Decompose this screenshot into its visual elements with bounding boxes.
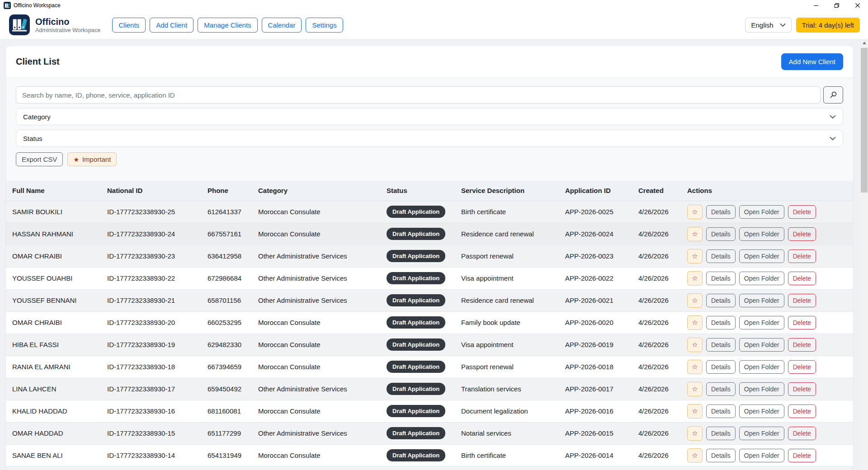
table-row: SAMIR BOUKILI ID-1777232338930-25 612641… <box>6 201 853 223</box>
nav-button[interactable]: Calendar <box>262 18 302 33</box>
cell-national-id: ID-1777232338930-18 <box>101 356 201 378</box>
delete-button[interactable]: Delete <box>788 272 816 285</box>
open-folder-button[interactable]: Open Folder <box>739 316 784 329</box>
cell-status: Draft Application <box>380 201 455 223</box>
cell-service: Visa appointment <box>455 334 559 356</box>
delete-button[interactable]: Delete <box>788 227 816 241</box>
nav-button[interactable]: Settings <box>306 18 343 33</box>
details-button[interactable]: Details <box>706 205 736 219</box>
delete-button[interactable]: Delete <box>788 294 816 307</box>
cell-actions: ☆ Details Open Folder Delete <box>681 201 853 223</box>
open-folder-button[interactable]: Open Folder <box>739 272 784 285</box>
favorite-star-button[interactable]: ☆ <box>687 338 703 352</box>
details-button[interactable]: Details <box>706 404 736 418</box>
export-csv-button[interactable]: Export CSV <box>16 152 63 166</box>
cell-full-name: KAREEM LAHLOU <box>6 466 101 470</box>
cell-application-id: APP-2026-0017 <box>559 378 632 400</box>
favorite-star-button[interactable]: ☆ <box>687 404 703 418</box>
details-button[interactable]: Details <box>706 382 736 396</box>
delete-button[interactable]: Delete <box>788 382 816 396</box>
open-folder-button[interactable]: Open Folder <box>739 338 784 352</box>
client-list-card: Client List Add New Client Category Stat… <box>5 45 854 470</box>
details-button[interactable]: Details <box>706 360 736 374</box>
details-button[interactable]: Details <box>706 272 736 285</box>
open-folder-button[interactable]: Open Folder <box>739 404 784 418</box>
table-row: LINA LAHCEN ID-1777232338930-17 65945049… <box>6 378 853 400</box>
cell-status: Draft Application <box>380 444 455 466</box>
cell-actions: ☆ Details Open Folder Delete <box>681 400 853 422</box>
cell-full-name: RANIA EL AMRANI <box>6 356 101 378</box>
cell-phone: 612641337 <box>201 201 252 223</box>
open-folder-button[interactable]: Open Folder <box>739 360 784 374</box>
open-folder-button[interactable]: Open Folder <box>739 427 784 440</box>
table-row: YOUSSEF OUAHBI ID-1777232338930-22 67298… <box>6 267 853 289</box>
column-header: Full Name <box>6 181 101 201</box>
delete-button[interactable]: Delete <box>788 449 816 462</box>
details-button[interactable]: Details <box>706 294 736 307</box>
status-badge: Draft Application <box>387 383 445 395</box>
favorite-star-button[interactable]: ☆ <box>687 426 703 441</box>
nav-button[interactable]: Clients <box>112 18 146 33</box>
delete-button[interactable]: Delete <box>788 404 816 418</box>
close-button[interactable] <box>847 0 868 11</box>
table-row: KAREEM LAHLOU ID-1777232338930-13 628663… <box>6 466 853 470</box>
favorite-star-button[interactable]: ☆ <box>687 315 703 330</box>
details-button[interactable]: Details <box>706 316 736 329</box>
delete-button[interactable]: Delete <box>788 316 816 329</box>
cell-application-id: APP-2026-0015 <box>559 422 632 444</box>
details-button[interactable]: Details <box>706 249 736 263</box>
app-icon <box>4 2 11 9</box>
details-button[interactable]: Details <box>706 449 736 462</box>
favorite-star-button[interactable]: ☆ <box>687 448 703 463</box>
cell-status: Draft Application <box>380 400 455 422</box>
favorite-star-button[interactable]: ☆ <box>687 360 703 374</box>
open-folder-button[interactable]: Open Folder <box>739 249 784 263</box>
cell-national-id: ID-1777232338930-13 <box>101 466 201 470</box>
nav-button[interactable]: Add Client <box>150 18 193 33</box>
cell-actions: ☆ Details Open Folder Delete <box>681 444 853 466</box>
delete-button[interactable]: Delete <box>788 427 816 440</box>
favorite-star-button[interactable]: ☆ <box>687 249 703 263</box>
nav-button[interactable]: Manage Clients <box>198 18 257 33</box>
favorite-star-button[interactable]: ☆ <box>687 382 703 396</box>
open-folder-button[interactable]: Open Folder <box>739 382 784 396</box>
details-button[interactable]: Details <box>706 227 736 241</box>
details-button[interactable]: Details <box>706 427 736 440</box>
status-badge: Draft Application <box>387 405 445 417</box>
page-title: Client List <box>16 56 60 67</box>
status-filter-select[interactable]: Status <box>16 130 843 147</box>
language-select[interactable]: English <box>745 18 791 33</box>
vertical-scrollbar[interactable] <box>860 39 868 470</box>
open-folder-button[interactable]: Open Folder <box>739 449 784 462</box>
delete-button[interactable]: Delete <box>788 249 816 263</box>
table-row: SANAE BEN ALI ID-1777232338930-14 654131… <box>6 444 853 466</box>
scrollbar-thumb[interactable] <box>861 48 868 193</box>
favorite-star-button[interactable]: ☆ <box>687 205 703 219</box>
category-filter-value: Category <box>23 113 51 121</box>
open-folder-button[interactable]: Open Folder <box>739 294 784 307</box>
delete-button[interactable]: Delete <box>788 338 816 352</box>
restore-button[interactable] <box>826 0 847 11</box>
delete-button[interactable]: Delete <box>788 360 816 374</box>
column-header: National ID <box>101 181 201 201</box>
cell-status: Draft Application <box>380 223 455 245</box>
table-row: KHALID HADDAD ID-1777232338930-16 681160… <box>6 400 853 422</box>
important-filter-button[interactable]: ★ Important <box>67 152 117 166</box>
minimize-button[interactable] <box>806 0 826 11</box>
column-header: Phone <box>201 181 252 201</box>
favorite-star-button[interactable]: ☆ <box>687 271 703 286</box>
favorite-star-button[interactable]: ☆ <box>687 227 703 241</box>
search-button[interactable] <box>823 86 843 103</box>
open-folder-button[interactable]: Open Folder <box>739 227 784 241</box>
cell-service: Residence card renewal <box>455 289 559 311</box>
scroll-up-arrow[interactable] <box>860 39 868 47</box>
delete-button[interactable]: Delete <box>788 205 816 219</box>
cell-created: 4/26/2026 <box>632 201 681 223</box>
search-input[interactable] <box>16 86 821 103</box>
category-filter-select[interactable]: Category <box>16 108 843 125</box>
add-new-client-button[interactable]: Add New Client <box>781 53 843 70</box>
open-folder-button[interactable]: Open Folder <box>739 205 784 219</box>
cell-phone: 629482330 <box>201 334 252 356</box>
favorite-star-button[interactable]: ☆ <box>687 293 703 308</box>
details-button[interactable]: Details <box>706 338 736 352</box>
